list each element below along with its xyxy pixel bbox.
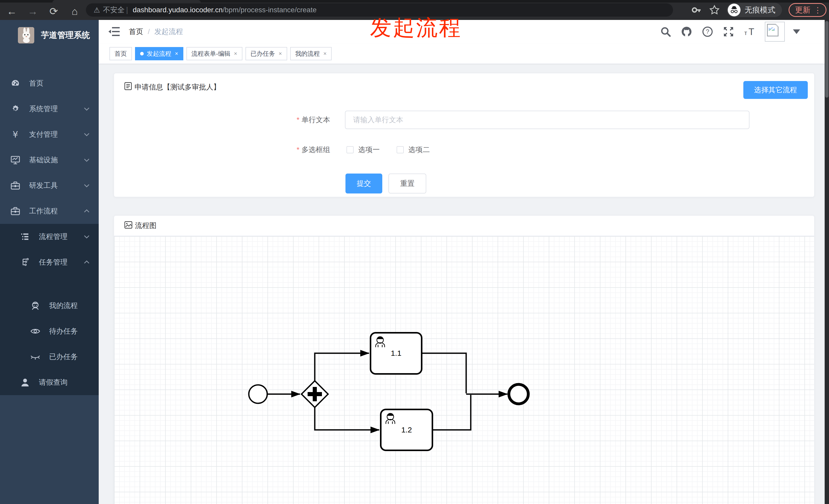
browser-home-icon[interactable]: ⌂ [69,5,81,17]
chevron-down-icon [83,182,90,189]
search-icon[interactable] [660,26,671,37]
toolbox-icon [10,206,21,216]
yen-icon: ¥ [10,130,21,139]
fullscreen-icon[interactable] [723,26,734,37]
browser-back-icon[interactable]: ← [6,5,18,17]
sidebar-item-label: 工作流程 [29,206,58,216]
checkbox-option1[interactable]: 选项一 [347,145,380,155]
start-event-node[interactable] [249,385,267,403]
apply-card-title: 申请信息【测试多审批人】 [135,82,220,92]
browser-update-button[interactable]: 更新 ⋮ [789,3,826,17]
sidebar-item-label: 支付管理 [29,129,58,139]
sidebar-item-process-management[interactable]: 流程管理 [0,224,99,249]
chevron-down-icon [83,131,90,138]
required-asterisk: * [297,146,299,154]
avatar-dropdown-caret-icon[interactable] [793,29,800,34]
sidebar-collapse-icon[interactable] [108,26,120,37]
breadcrumb: 首页 / 发起流程 [129,20,183,43]
image-icon [124,221,133,231]
chevron-up-icon [83,208,90,215]
tab-my-processes[interactable]: 我的流程× [290,47,332,60]
browser-menu-icon[interactable]: ⋮ [814,6,822,14]
tab-label: 发起流程 [147,49,171,58]
tab-close-icon[interactable]: × [175,50,178,57]
github-icon[interactable] [681,26,692,37]
font-size-icon[interactable]: тT [744,26,755,37]
bookmark-star-icon[interactable] [709,4,720,15]
sidebar: 芋道管理系统 首页系统管理¥支付管理基础设施研发工具工作流程流程管理任务管理我的… [0,20,99,504]
tab-close-icon[interactable]: × [234,50,237,57]
chevron-down-icon [83,233,90,240]
checkbox-group-label: *多选框组 [114,145,345,155]
tab-label: 流程表单-编辑 [191,49,230,58]
toolbox-icon [10,181,21,190]
sidebar-item-label: 首页 [29,78,43,88]
app-logo-row[interactable]: 芋道管理系统 [0,20,99,51]
chevron-up-icon [83,259,90,266]
tab-create-process[interactable]: 发起流程× [135,47,183,60]
text-field-label: *单行文本 [114,115,345,125]
svg-text:т: т [744,29,747,36]
reset-button[interactable]: 重置 [388,173,426,193]
tab-done-tasks[interactable]: 已办任务× [246,47,287,60]
url-separator: | [126,6,128,14]
browser-reload-icon[interactable]: ⟳ [47,5,60,17]
svg-text:?: ? [706,28,709,35]
breadcrumb-current: 发起流程 [154,27,183,37]
user-task-node-1-2[interactable]: 1.2 [381,410,432,450]
active-tab-dot [140,52,144,55]
sidebar-item-leave-query[interactable]: 请假查询 [0,370,99,395]
tab-close-icon[interactable]: × [323,50,327,57]
chevron-down-icon [83,106,90,112]
sidebar-item-payment-management[interactable]: ¥支付管理 [0,122,99,147]
page-scrollbar-thumb[interactable] [825,21,828,98]
tab-close-icon[interactable]: × [279,50,282,57]
user-task-node-1-1[interactable]: 1.1 [370,333,422,374]
page-annotation: 发起流程 [370,16,462,39]
parallel-gateway-node[interactable] [301,381,328,408]
eye-closed-icon [30,352,40,361]
org-tree-icon [20,258,30,267]
single-line-text-input[interactable] [353,116,741,124]
bpmn-canvas[interactable]: 1.1 1.2 [114,236,814,504]
sidebar-item-infrastructure[interactable]: 基础设施 [0,147,99,173]
breadcrumb-home[interactable]: 首页 [129,27,143,37]
tab-label: 已办任务 [251,49,275,58]
monitor-icon [10,155,21,165]
security-warning-icon: ⚠ [94,6,100,14]
key-icon[interactable] [691,4,702,15]
sidebar-item-my-processes[interactable]: 我的流程 [0,293,99,318]
checkbox-box[interactable] [347,146,354,153]
person-face-icon [30,301,40,310]
sidebar-item-todo-tasks[interactable]: 待办任务 [0,318,99,344]
sidebar-item-done-tasks[interactable]: 已办任务 [0,344,99,370]
choose-other-process-button[interactable]: 选择其它流程 [743,81,808,99]
sidebar-item-task-management[interactable]: 任务管理 [0,249,99,275]
task-label: 1.1 [391,349,401,357]
tab-home[interactable]: 首页 [109,47,132,60]
sidebar-item-dev-tools[interactable]: 研发工具 [0,173,99,198]
breadcrumb-separator: / [148,28,150,36]
checkbox-label: 选项一 [358,145,380,155]
end-event-node[interactable] [509,384,528,404]
browser-forward-icon[interactable]: → [27,5,39,17]
incognito-label: 无痕模式 [745,5,775,15]
svg-text:¥: ¥ [12,130,18,139]
help-icon[interactable]: ? [702,26,713,37]
user-avatar-broken-image[interactable] [765,22,785,42]
checkbox-box[interactable] [397,146,404,153]
sidebar-item-system-management[interactable]: 系统管理 [0,96,99,122]
sidebar-item-home[interactable]: 首页 [0,71,99,96]
tab-process-form-edit[interactable]: 流程表单-编辑× [186,47,243,60]
tab-label: 首页 [114,49,127,58]
url-bar[interactable]: ⚠ 不安全 | dashboard.yudao.iocoder.cn /bpm/… [86,3,673,16]
checkbox-option2[interactable]: 选项二 [397,145,430,155]
svg-text:T: T [749,27,754,37]
content: 申请信息【测试多审批人】 选择其它流程 *单行文本 *多选框组 选项一选项二 [99,64,825,504]
browser-tab[interactable] [52,0,201,3]
sidebar-item-label: 待办任务 [49,326,78,336]
submit-button[interactable]: 提交 [346,173,382,193]
task-label: 1.2 [401,426,412,434]
sidebar-item-workflow[interactable]: 工作流程 [0,198,99,224]
sidebar-item-label: 研发工具 [29,181,58,190]
